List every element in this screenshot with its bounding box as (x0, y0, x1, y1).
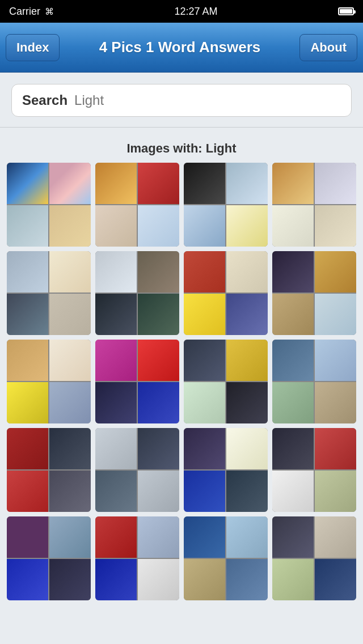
grid-row-5 (5, 516, 358, 600)
tile-cell (95, 205, 137, 247)
tile-cell (184, 205, 225, 247)
list-item[interactable] (7, 251, 91, 335)
tile-cell (138, 251, 179, 293)
tile-cell (49, 205, 91, 247)
tile-cell (95, 382, 137, 423)
tile-cell (272, 294, 314, 335)
list-item[interactable] (184, 340, 268, 423)
list-item[interactable] (184, 163, 268, 247)
tile-cell (49, 559, 91, 600)
tile-cell (138, 294, 179, 335)
tile-cell (226, 559, 268, 600)
grid-row-4 (5, 428, 358, 512)
nav-title: 4 Pics 1 Word Answers (60, 39, 299, 56)
tile-cell (7, 382, 48, 423)
tile-cell (184, 340, 225, 381)
tile-cell (226, 428, 268, 469)
list-item[interactable] (184, 251, 268, 335)
list-item[interactable] (95, 251, 179, 335)
status-bar: Carrier ⌘ 12:27 AM (0, 0, 363, 23)
tile-cell (49, 428, 91, 469)
battery-icon (338, 7, 354, 15)
tile-cell (315, 559, 356, 600)
list-item[interactable] (95, 163, 179, 247)
wifi-icon: ⌘ (45, 6, 54, 17)
list-item[interactable] (7, 163, 91, 247)
tile-cell (184, 163, 225, 204)
list-item[interactable] (184, 516, 268, 600)
tile-cell (184, 251, 225, 293)
tile-cell (272, 163, 314, 204)
tile-cell (315, 340, 356, 381)
tile-cell (138, 471, 179, 512)
carrier-label: Carrier (9, 6, 40, 18)
list-item[interactable] (184, 428, 268, 512)
tile-cell (315, 163, 356, 204)
search-section: Search (0, 73, 363, 122)
grid-row-1 (5, 163, 358, 247)
tile-cell (7, 559, 48, 600)
tile-cell (95, 340, 137, 381)
list-item[interactable] (7, 428, 91, 512)
tile-cell (272, 428, 314, 469)
list-item[interactable] (7, 516, 91, 600)
tile-cell (272, 205, 314, 247)
tile-cell (49, 382, 91, 423)
tile-cell (49, 340, 91, 381)
tile-cell (226, 163, 268, 204)
about-button[interactable]: About (299, 34, 357, 61)
tile-cell (49, 294, 91, 335)
list-item[interactable] (272, 340, 356, 423)
tile-cell (272, 559, 314, 600)
list-item[interactable] (95, 340, 179, 423)
status-left: Carrier ⌘ (9, 6, 54, 18)
list-item[interactable] (272, 516, 356, 600)
tile-cell (226, 471, 268, 512)
search-label: Search (22, 92, 67, 108)
tile-cell (315, 205, 356, 247)
tile-cell (95, 559, 137, 600)
tile-cell (49, 516, 91, 558)
tile-cell (7, 251, 48, 293)
tile-cell (184, 516, 225, 558)
tile-cell (138, 428, 179, 469)
tile-cell (272, 471, 314, 512)
image-grid (0, 163, 363, 612)
tile-cell (138, 163, 179, 204)
search-input[interactable] (74, 92, 341, 108)
list-item[interactable] (272, 251, 356, 335)
search-bar: Search (11, 84, 352, 117)
tile-cell (49, 251, 91, 293)
tile-cell (95, 163, 137, 204)
list-item[interactable] (95, 516, 179, 600)
list-item[interactable] (272, 163, 356, 247)
nav-bar: Index 4 Pics 1 Word Answers About (0, 23, 363, 73)
tile-cell (272, 251, 314, 293)
tile-cell (95, 428, 137, 469)
tile-cell (49, 471, 91, 512)
list-item[interactable] (272, 428, 356, 512)
grid-row-2 (5, 251, 358, 335)
section-title: Images with: Light (0, 132, 363, 163)
tile-cell (226, 205, 268, 247)
tile-cell (184, 559, 225, 600)
tile-cell (315, 471, 356, 512)
tile-cell (7, 205, 48, 247)
tile-cell (138, 382, 179, 423)
tile-cell (184, 382, 225, 423)
list-item[interactable] (95, 428, 179, 512)
tile-cell (184, 428, 225, 469)
tile-cell (315, 294, 356, 335)
tile-cell (49, 163, 91, 204)
grid-row-3 (5, 340, 358, 423)
tile-cell (95, 516, 137, 558)
tile-cell (184, 294, 225, 335)
tile-cell (315, 428, 356, 469)
tile-cell (138, 516, 179, 558)
tile-cell (272, 340, 314, 381)
tile-cell (7, 471, 48, 512)
tile-cell (272, 516, 314, 558)
list-item[interactable] (7, 340, 91, 423)
tile-cell (7, 428, 48, 469)
index-button[interactable]: Index (6, 34, 60, 61)
